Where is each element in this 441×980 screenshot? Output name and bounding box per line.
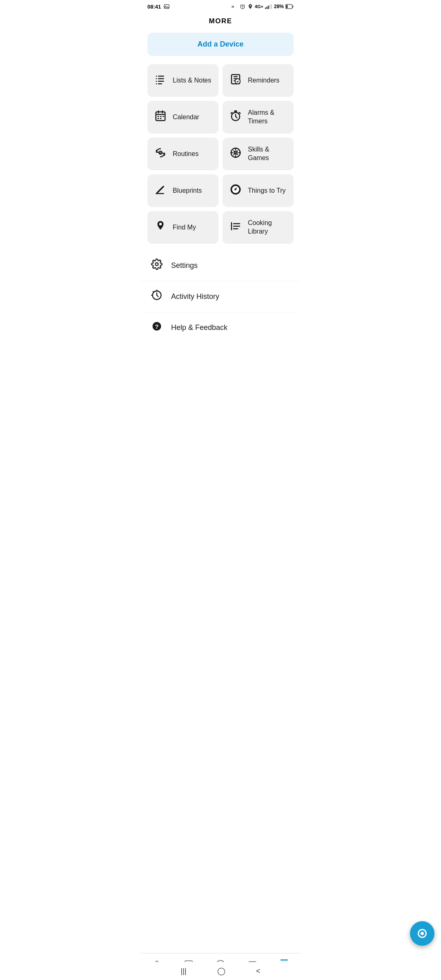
list-section: Settings Activity History ? Help & Feedb… — [141, 250, 300, 343]
svg-rect-11 — [286, 5, 287, 8]
calendar-label: Calendar — [173, 113, 199, 122]
svg-rect-17 — [158, 80, 164, 82]
svg-rect-27 — [160, 118, 162, 119]
svg-point-33 — [235, 152, 236, 154]
reminders-label: Reminders — [248, 76, 279, 85]
recents-button[interactable]: ||| — [181, 967, 187, 976]
blueprints-label: Blueprints — [173, 187, 202, 195]
svg-point-43 — [156, 263, 158, 266]
grid-item-skills-games[interactable]: Skills & Games — [223, 138, 294, 170]
alarms-timers-label: Alarms & Timers — [248, 109, 287, 126]
lists-notes-label: Lists & Notes — [173, 76, 211, 85]
history-svg-icon — [151, 290, 163, 301]
things-to-try-icon — [229, 183, 242, 198]
grid-item-cooking-library[interactable]: Cooking Library — [223, 211, 294, 244]
svg-rect-25 — [163, 116, 164, 117]
lists-notes-icon — [154, 73, 167, 85]
lists-icon — [154, 73, 167, 88]
svg-rect-16 — [156, 80, 157, 82]
svg-rect-23 — [158, 116, 159, 117]
status-left: 08:41 — [147, 3, 170, 10]
cooking-svg-icon — [229, 220, 242, 232]
svg-rect-4 — [265, 7, 266, 9]
help-icon: ? — [151, 321, 163, 335]
things-to-try-label: Things to Try — [248, 187, 285, 195]
system-nav-bar: ||| ◯ < — [141, 962, 300, 980]
signal-display: 4G+ — [255, 4, 263, 9]
svg-rect-15 — [158, 78, 164, 79]
nfc-icon: N — [231, 3, 238, 10]
add-device-button[interactable]: Add a Device — [147, 33, 294, 56]
cooking-library-label: Cooking Library — [248, 219, 287, 236]
svg-rect-40 — [233, 223, 241, 224]
calendar-icon — [154, 110, 167, 125]
svg-rect-5 — [267, 7, 267, 9]
svg-point-37 — [235, 189, 236, 190]
svg-rect-41 — [233, 225, 241, 227]
alarm-status-icon — [239, 3, 246, 10]
list-item-activity-history[interactable]: Activity History — [141, 281, 300, 312]
svg-rect-39 — [231, 222, 232, 230]
list-item-settings[interactable]: Settings — [141, 250, 300, 281]
time-display: 08:41 — [147, 4, 161, 10]
svg-rect-8 — [271, 4, 272, 9]
svg-rect-26 — [158, 118, 159, 119]
cooking-icon — [229, 220, 242, 235]
svg-rect-12 — [156, 76, 157, 77]
svg-rect-13 — [158, 76, 164, 77]
calendar-svg-icon — [154, 110, 167, 122]
grid-container: Lists & Notes Reminders — [141, 64, 300, 244]
signal-bars-icon — [265, 4, 272, 9]
find-my-icon — [154, 220, 167, 235]
findmy-svg-icon — [155, 220, 166, 232]
list-item-help-feedback[interactable]: ? Help & Feedback — [141, 312, 300, 343]
svg-rect-7 — [270, 4, 270, 9]
settings-label: Settings — [171, 261, 198, 270]
grid-item-lists-notes[interactable]: Lists & Notes — [147, 64, 218, 97]
alarms-icon — [229, 110, 242, 125]
svg-point-38 — [159, 223, 162, 225]
routines-label: Routines — [173, 150, 198, 158]
svg-rect-18 — [156, 83, 157, 85]
compass-svg-icon — [229, 183, 242, 196]
home-button[interactable]: ◯ — [217, 967, 225, 976]
grid-item-find-my[interactable]: Find My — [147, 211, 218, 244]
svg-rect-6 — [268, 6, 269, 9]
status-right: N 4G+ 28% — [231, 3, 294, 10]
skills-icon — [229, 147, 242, 162]
grid-item-routines[interactable]: Routines — [147, 138, 218, 170]
grid-item-things-to-try[interactable]: Things to Try — [223, 174, 294, 207]
skills-svg-icon — [229, 147, 242, 159]
skills-games-label: Skills & Games — [248, 145, 287, 163]
settings-icon — [151, 258, 163, 273]
battery-icon — [285, 4, 294, 9]
grid-item-blueprints[interactable]: Blueprints — [147, 174, 218, 207]
find-my-label: Find My — [173, 223, 196, 232]
routines-svg-icon — [154, 147, 167, 159]
status-bar: 08:41 N 4G+ 28% — [141, 0, 300, 11]
battery-display: 28% — [274, 4, 284, 9]
svg-rect-24 — [160, 116, 162, 117]
gear-svg-icon — [151, 258, 163, 270]
svg-rect-29 — [234, 110, 237, 112]
svg-text:N: N — [232, 5, 234, 9]
help-feedback-label: Help & Feedback — [171, 323, 227, 332]
grid-item-calendar[interactable]: Calendar — [147, 101, 218, 134]
reminders-svg-icon — [229, 73, 242, 85]
grid-item-alarms-timers[interactable]: Alarms & Timers — [223, 101, 294, 134]
grid-item-reminders[interactable]: Reminders — [223, 64, 294, 97]
svg-rect-10 — [293, 6, 294, 8]
alarms-svg-icon — [229, 110, 242, 122]
reminders-icon — [229, 73, 242, 88]
svg-rect-19 — [158, 83, 162, 85]
svg-rect-42 — [233, 228, 238, 229]
back-button[interactable]: < — [256, 967, 261, 976]
location-status-icon — [247, 3, 253, 10]
activity-history-icon — [151, 290, 163, 304]
photo-icon — [163, 3, 170, 10]
activity-history-label: Activity History — [171, 292, 219, 301]
svg-text:?: ? — [155, 323, 158, 330]
svg-rect-14 — [156, 78, 157, 79]
blueprints-icon — [154, 183, 167, 198]
routines-icon — [154, 147, 167, 162]
